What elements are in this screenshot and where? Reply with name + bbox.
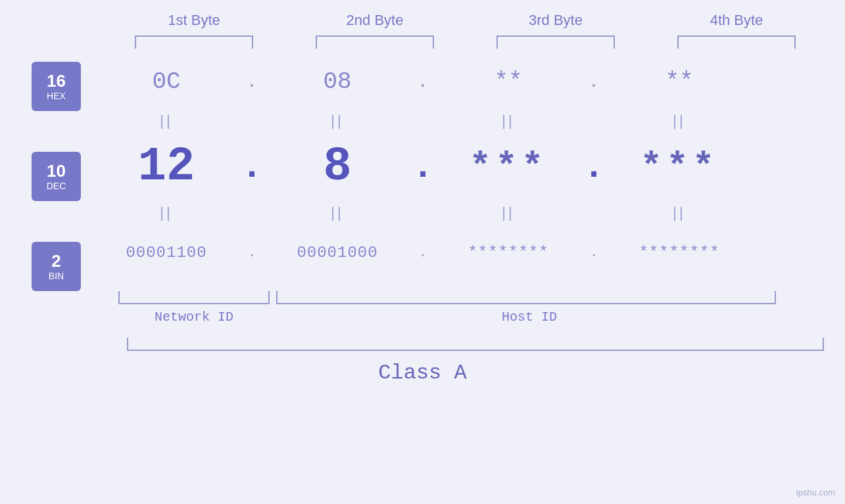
hex-cell-4: ** xyxy=(607,68,752,95)
dec-dot-2: . xyxy=(410,146,436,188)
bin-val-3: ******** xyxy=(468,244,548,262)
hex-dot-1: . xyxy=(239,72,265,92)
byte-headers: 1st Byte 2nd Byte 3rd Byte 4th Byte xyxy=(104,12,827,29)
bracket-top-1 xyxy=(135,35,253,49)
hex-dot-2: . xyxy=(410,72,436,92)
bin-cell-3: ******** xyxy=(436,244,581,262)
hex-val-2: 08 xyxy=(323,68,351,95)
hex-cell-3: ** xyxy=(436,68,581,95)
id-labels: Network ID Host ID xyxy=(118,309,842,325)
dec-dot-3: . xyxy=(581,146,607,188)
hex-val-1: 0C xyxy=(152,68,180,95)
dec-cell-2: 8 xyxy=(265,140,410,194)
dec-cell-4: *** xyxy=(607,146,752,188)
hex-cell-2: 08 xyxy=(265,68,410,95)
bin-number: 2 xyxy=(51,252,60,271)
byte-header-1: 1st Byte xyxy=(122,12,266,29)
dec-number: 10 xyxy=(47,162,66,181)
eq-2: || xyxy=(265,112,410,129)
dec-cell-1: 12 xyxy=(94,140,239,194)
equals-row-1: || || || || xyxy=(94,108,845,134)
eq-4: || xyxy=(607,112,752,129)
hex-badge: 16 HEX xyxy=(32,62,81,111)
bracket-top-2 xyxy=(316,35,434,49)
dec-val-2: 8 xyxy=(323,140,351,194)
bottom-brackets-section: Network ID Host ID xyxy=(118,291,842,325)
host-id-label: Host ID xyxy=(276,309,783,325)
bin-dot-2: . xyxy=(410,245,436,260)
hex-number: 16 xyxy=(47,72,66,91)
dec-cell-3: *** xyxy=(436,146,581,188)
eq2-2: || xyxy=(265,204,410,221)
hex-cell-1: 0C xyxy=(94,68,239,95)
id-brackets xyxy=(118,291,842,304)
dec-dot-1: . xyxy=(239,146,265,188)
bin-val-4: ******** xyxy=(639,244,719,262)
bracket-top-4 xyxy=(677,35,796,49)
main-container: 1st Byte 2nd Byte 3rd Byte 4th Byte 16 H… xyxy=(0,0,845,504)
bin-dot-3: . xyxy=(581,245,607,260)
hex-row: 0C . 08 . ** . ** xyxy=(94,55,845,108)
watermark: ipshu.com xyxy=(796,488,835,497)
bin-cell-2: 00001000 xyxy=(265,244,410,262)
class-label: Class A xyxy=(0,361,845,385)
eq-1: || xyxy=(94,112,239,129)
byte-header-2: 2nd Byte xyxy=(302,12,447,29)
dec-val-4: *** xyxy=(640,146,719,188)
bin-name: BIN xyxy=(49,271,64,281)
hex-name: HEX xyxy=(47,91,66,101)
equals-row-2: || || || || xyxy=(94,200,845,226)
bin-cell-1: 00001100 xyxy=(94,244,239,262)
base-badges: 16 HEX 10 DEC 2 BIN xyxy=(32,55,81,291)
eq2-1: || xyxy=(94,204,239,221)
bracket-top-3 xyxy=(496,35,615,49)
eq2-4: || xyxy=(607,204,752,221)
dec-badge: 10 DEC xyxy=(32,152,81,201)
class-bracket xyxy=(127,338,824,351)
bin-badge: 2 BIN xyxy=(32,242,81,291)
eq2-3: || xyxy=(436,204,581,221)
network-id-label: Network ID xyxy=(118,309,270,325)
top-brackets xyxy=(104,35,827,49)
bin-val-1: 00001100 xyxy=(126,244,206,262)
hex-val-4: ** xyxy=(665,68,693,95)
dec-val-1: 12 xyxy=(138,140,195,194)
hex-dot-3: . xyxy=(581,72,607,92)
bin-dot-1: . xyxy=(239,245,265,260)
bin-row: 00001100 . 00001000 . ******** . *******… xyxy=(94,226,845,279)
eq-3: || xyxy=(436,112,581,129)
dec-name: DEC xyxy=(47,181,66,191)
hex-val-3: ** xyxy=(494,68,522,95)
bin-val-2: 00001000 xyxy=(297,244,377,262)
bin-cell-4: ******** xyxy=(607,244,752,262)
dec-val-3: *** xyxy=(470,146,548,188)
host-bracket xyxy=(276,291,776,304)
network-bracket xyxy=(118,291,270,304)
byte-header-4: 4th Byte xyxy=(664,12,809,29)
dec-row: 12 . 8 . *** . *** xyxy=(94,134,845,200)
value-rows: 0C . 08 . ** . ** || || xyxy=(94,55,845,291)
byte-header-3: 3rd Byte xyxy=(483,12,628,29)
